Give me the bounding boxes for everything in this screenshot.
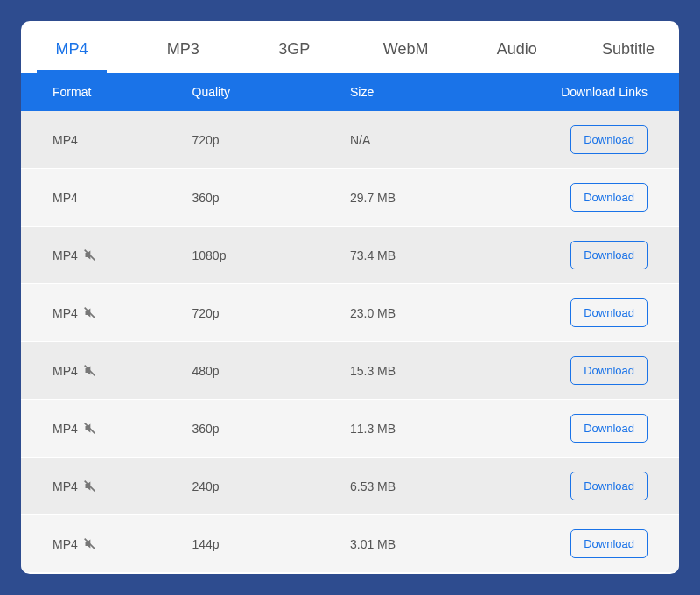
table-body: MP4720pN/ADownloadMP4360p29.7 MBDownload… (21, 111, 679, 574)
download-button[interactable]: Download (570, 298, 648, 327)
muted-icon (83, 248, 96, 262)
format-label: MP4 (52, 364, 78, 378)
table-row: MP4720p23.0 MBDownload (21, 284, 679, 342)
download-button[interactable]: Download (570, 356, 648, 385)
cell-size: N/A (350, 133, 522, 147)
table-row: MP4240p6.53 MBDownload (21, 458, 679, 515)
cell-format: MP4 (21, 133, 192, 147)
tab-subtitle[interactable]: Subtitle (593, 21, 663, 73)
tab-mp4[interactable]: MP4 (37, 21, 107, 73)
download-button[interactable]: Download (570, 125, 648, 154)
format-label: MP4 (52, 248, 78, 262)
muted-icon (83, 364, 96, 377)
table-row: MP4480p15.3 MBDownload (21, 342, 679, 400)
muted-icon (83, 537, 96, 550)
muted-icon (83, 306, 96, 319)
tab-3gp[interactable]: 3GP (259, 21, 329, 73)
cell-quality: 240p (192, 480, 350, 494)
format-label: MP4 (52, 537, 78, 551)
table-header: Format Quality Size Download Links (21, 73, 679, 111)
cell-format: MP4 (21, 537, 192, 551)
cell-quality: 720p (192, 133, 350, 147)
cell-size: 29.7 MB (350, 191, 522, 205)
cell-size: 73.4 MB (350, 248, 522, 262)
table-row: MP4720pN/ADownload (21, 111, 679, 169)
cell-format: MP4 (21, 422, 192, 436)
cell-quality: 720p (192, 306, 350, 320)
cell-format: MP4 (21, 480, 192, 494)
table-row: MP41080p73.4 MBDownload (21, 227, 679, 284)
tab-webm[interactable]: WebM (371, 21, 441, 73)
download-button[interactable]: Download (570, 472, 648, 500)
download-button[interactable]: Download (570, 529, 648, 558)
header-download: Download Links (522, 85, 679, 99)
format-label: MP4 (52, 480, 78, 494)
download-button[interactable]: Download (570, 241, 648, 270)
cell-download: Download (522, 183, 679, 212)
format-label: MP4 (52, 133, 78, 147)
muted-icon (83, 422, 96, 435)
table-row: MP4144p3.01 MBDownload (21, 515, 679, 573)
cell-size: 11.3 MB (350, 422, 522, 436)
cell-size: 23.0 MB (350, 306, 522, 320)
table-row: MP4360p29.7 MBDownload (21, 169, 679, 227)
cell-download: Download (522, 298, 679, 327)
cell-size: 6.53 MB (350, 480, 522, 494)
cell-download: Download (522, 125, 679, 154)
cell-download: Download (522, 414, 679, 443)
tab-mp3[interactable]: MP3 (148, 21, 218, 73)
header-size: Size (350, 85, 522, 99)
cell-download: Download (522, 472, 679, 500)
format-label: MP4 (52, 306, 78, 320)
cell-quality: 480p (192, 364, 350, 378)
format-tabs: MP4 MP3 3GP WebM Audio Subtitle (21, 21, 679, 73)
download-button[interactable]: Download (570, 414, 648, 443)
table-row: MP4360p11.3 MBDownload (21, 400, 679, 458)
cell-format: MP4 (21, 306, 192, 320)
cell-format: MP4 (21, 191, 192, 205)
cell-size: 3.01 MB (350, 537, 522, 551)
tab-audio[interactable]: Audio (482, 21, 552, 73)
cell-quality: 360p (192, 422, 350, 436)
cell-quality: 360p (192, 191, 350, 205)
format-label: MP4 (52, 191, 78, 205)
cell-quality: 144p (192, 537, 350, 551)
cell-size: 15.3 MB (350, 364, 522, 378)
header-format: Format (21, 85, 192, 99)
cell-format: MP4 (21, 364, 192, 378)
download-button[interactable]: Download (570, 183, 648, 212)
cell-download: Download (522, 356, 679, 385)
download-options-card: MP4 MP3 3GP WebM Audio Subtitle Format Q… (21, 21, 679, 574)
cell-format: MP4 (21, 248, 192, 262)
cell-download: Download (522, 241, 679, 270)
muted-icon (83, 480, 96, 493)
cell-download: Download (522, 529, 679, 558)
cell-quality: 1080p (192, 248, 350, 262)
header-quality: Quality (192, 85, 350, 99)
format-label: MP4 (52, 422, 78, 436)
